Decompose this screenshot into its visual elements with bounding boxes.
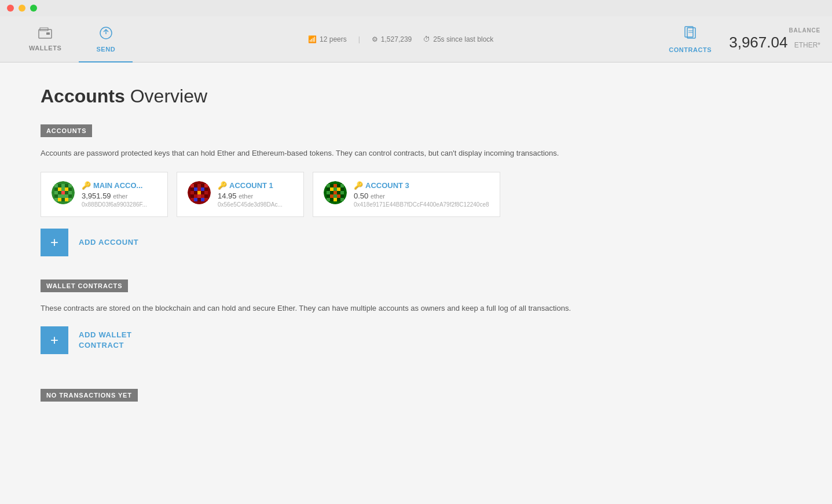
balance-unit: ETHER* bbox=[794, 41, 820, 49]
tab-wallets[interactable]: WALLETS bbox=[12, 16, 79, 62]
svg-rect-43 bbox=[201, 187, 204, 191]
svg-rect-83 bbox=[333, 198, 337, 201]
svg-rect-56 bbox=[194, 198, 197, 201]
svg-rect-48 bbox=[201, 191, 204, 194]
account-balance-main: 3,951.59 ether bbox=[82, 192, 157, 200]
add-wallet-contract-button[interactable]: + ADD WALLET CONTRACT bbox=[41, 326, 791, 354]
svg-rect-10 bbox=[58, 184, 61, 187]
svg-rect-28 bbox=[68, 194, 72, 198]
topnav: WALLETS SEND 📶 12 peers | ⚙ 1,527,239 ⏱ bbox=[0, 16, 832, 62]
svg-rect-50 bbox=[190, 194, 194, 198]
account-info-main: 🔑 MAIN ACCO... 3,951.59 ether 0x88BD03f6… bbox=[82, 181, 157, 208]
svg-rect-47 bbox=[197, 191, 201, 194]
account-name-main: 🔑 MAIN ACCO... bbox=[82, 181, 157, 190]
svg-rect-84 bbox=[337, 198, 340, 201]
svg-rect-25 bbox=[58, 194, 61, 198]
nav-status: 📶 12 peers | ⚙ 1,527,239 ⏱ 25s since las… bbox=[133, 35, 669, 43]
nav-right: CONTRACTS BALANCE 3,967.04 ETHER* bbox=[669, 25, 820, 53]
account-info-3: 🔑 ACCOUNT 3 0.50 ether 0x418e9171E44BB7f… bbox=[354, 181, 489, 208]
balance-value: 3,967.04 ETHER* bbox=[729, 34, 820, 51]
svg-rect-55 bbox=[190, 198, 194, 201]
svg-rect-23 bbox=[68, 191, 72, 194]
blocks-status: ⚙ 1,527,239 bbox=[372, 35, 412, 43]
account-address-1: 0x56e5C45de3d98DAc... bbox=[218, 201, 293, 208]
svg-rect-66 bbox=[327, 187, 330, 191]
svg-rect-44 bbox=[204, 187, 208, 191]
accounts-section: ACCOUNTS Accounts are password protected… bbox=[41, 124, 791, 256]
add-account-button[interactable]: + ADD ACCOUNT bbox=[41, 229, 791, 256]
wallets-icon bbox=[38, 27, 52, 42]
svg-rect-78 bbox=[333, 194, 337, 198]
svg-rect-80 bbox=[340, 194, 344, 198]
svg-rect-85 bbox=[340, 198, 344, 201]
svg-rect-22 bbox=[65, 191, 68, 194]
peers-icon: 📶 bbox=[308, 35, 317, 43]
svg-rect-29 bbox=[54, 198, 58, 201]
main-content: Accounts Overview ACCOUNTS Accounts are … bbox=[0, 62, 832, 504]
close-button[interactable] bbox=[7, 5, 14, 12]
account-card-3[interactable]: 🔑 ACCOUNT 3 0.50 ether 0x418e9171E44BB7f… bbox=[313, 172, 500, 217]
accounts-section-header: ACCOUNTS bbox=[41, 124, 92, 137]
svg-rect-51 bbox=[194, 194, 197, 198]
svg-rect-46 bbox=[194, 191, 197, 194]
wallets-label: WALLETS bbox=[29, 45, 61, 51]
maximize-button[interactable] bbox=[30, 5, 37, 12]
page-title: Accounts Overview bbox=[41, 86, 791, 107]
svg-rect-36 bbox=[194, 184, 197, 187]
svg-rect-20 bbox=[58, 191, 61, 194]
svg-rect-67 bbox=[330, 187, 333, 191]
svg-rect-54 bbox=[204, 194, 208, 198]
add-account-label: ADD ACCOUNT bbox=[68, 238, 149, 247]
svg-rect-24 bbox=[54, 194, 58, 198]
account-card-1[interactable]: 🔑 ACCOUNT 1 14.95 ether 0x56e5C45de3d98D… bbox=[177, 172, 304, 217]
time-status: ⏱ 25s since last block bbox=[423, 35, 493, 43]
svg-rect-75 bbox=[340, 191, 344, 194]
svg-rect-68 bbox=[333, 187, 337, 191]
contracts-label: CONTRACTS bbox=[669, 46, 712, 53]
titlebar bbox=[0, 0, 832, 16]
svg-rect-30 bbox=[58, 198, 61, 201]
svg-rect-35 bbox=[190, 184, 194, 187]
svg-rect-26 bbox=[61, 194, 65, 198]
svg-rect-64 bbox=[337, 184, 340, 187]
no-transactions-header: NO TRANSACTIONS YET bbox=[41, 389, 138, 402]
no-transactions-section: NO TRANSACTIONS YET bbox=[41, 377, 791, 402]
svg-rect-79 bbox=[337, 194, 340, 198]
svg-rect-72 bbox=[330, 191, 333, 194]
svg-rect-15 bbox=[58, 187, 61, 191]
minimize-button[interactable] bbox=[19, 5, 25, 12]
account-card-main[interactable]: 🔑 MAIN ACCO... 3,951.59 ether 0x88BD03f6… bbox=[41, 172, 168, 217]
svg-rect-81 bbox=[327, 198, 330, 201]
svg-rect-14 bbox=[54, 187, 58, 191]
account-name-1: 🔑 ACCOUNT 1 bbox=[218, 181, 293, 190]
svg-rect-49 bbox=[204, 191, 208, 194]
svg-rect-53 bbox=[201, 194, 204, 198]
wallet-contracts-section: WALLET CONTRACTS These contracts are sto… bbox=[41, 279, 791, 355]
svg-rect-27 bbox=[65, 194, 68, 198]
svg-rect-58 bbox=[201, 198, 204, 201]
svg-rect-31 bbox=[61, 198, 65, 201]
wallet-contracts-description: These contracts are stored on the blockc… bbox=[41, 303, 791, 314]
time-icon: ⏱ bbox=[423, 35, 430, 43]
svg-rect-21 bbox=[61, 191, 65, 194]
key-icon: 🔑 bbox=[82, 181, 91, 190]
svg-rect-70 bbox=[340, 187, 344, 191]
svg-rect-65 bbox=[340, 184, 344, 187]
svg-rect-37 bbox=[197, 184, 201, 187]
contracts-button[interactable]: CONTRACTS bbox=[669, 25, 712, 53]
peers-status: 📶 12 peers bbox=[308, 35, 347, 43]
svg-rect-12 bbox=[65, 184, 68, 187]
svg-rect-32 bbox=[65, 198, 68, 201]
account-avatar-3 bbox=[324, 181, 347, 204]
contracts-icon bbox=[683, 25, 698, 44]
svg-rect-17 bbox=[65, 187, 68, 191]
account-address-main: 0x88BD03f6a9903286F... bbox=[82, 201, 157, 208]
account-address-3: 0x418e9171E44BB7fDCcF4400eA79f2f8C12240c… bbox=[354, 201, 489, 208]
svg-rect-59 bbox=[204, 198, 208, 201]
svg-rect-42 bbox=[197, 187, 201, 191]
tab-send[interactable]: SEND bbox=[79, 16, 133, 62]
svg-rect-39 bbox=[204, 184, 208, 187]
svg-rect-33 bbox=[68, 198, 72, 201]
accounts-row: 🔑 MAIN ACCO... 3,951.59 ether 0x88BD03f6… bbox=[41, 172, 791, 217]
svg-rect-41 bbox=[194, 187, 197, 191]
